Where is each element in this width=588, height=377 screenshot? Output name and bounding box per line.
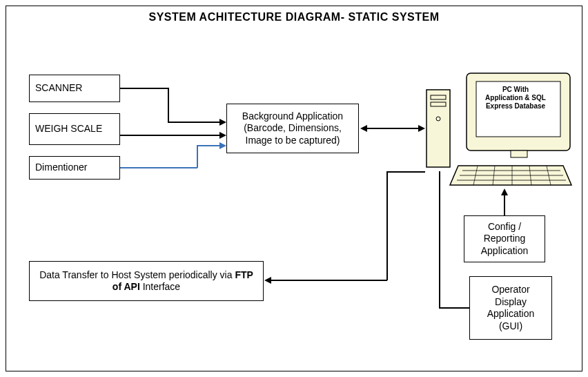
diagram-title: SYSTEM ACHITECTURE DIAGRAM- STATIC SYSTE… <box>0 11 588 23</box>
edge-dt-h <box>271 280 387 281</box>
data-transfer-suffix: Interface <box>140 281 180 292</box>
arrow-bg-pc-r <box>418 125 425 132</box>
node-weigh-scale: WEIGH SCALE <box>29 113 120 145</box>
edge-scanner <box>120 88 168 89</box>
edge-op-h <box>439 307 469 309</box>
edge-weigh <box>120 135 221 136</box>
edge-bg-pc <box>366 128 420 129</box>
node-data-transfer: Data Transfer to Host System periodicall… <box>29 261 264 301</box>
data-transfer-text: Data Transfer to Host System periodicall… <box>35 269 257 293</box>
node-pc-label: PC With Application & SQL Express Databa… <box>483 86 548 110</box>
edge-dim-v <box>197 145 198 168</box>
svg-rect-6 <box>511 151 527 157</box>
edge-scanner-h2 <box>168 122 221 123</box>
arrow-bg-pc-l <box>360 125 367 132</box>
arrow-dim <box>219 142 226 149</box>
svg-rect-0 <box>427 90 450 167</box>
edge-op-v <box>439 171 440 308</box>
edge-dt-top <box>386 171 425 173</box>
edge-scanner-v <box>168 88 169 122</box>
arrow-dt <box>264 277 271 284</box>
edge-config <box>504 195 505 215</box>
data-transfer-prefix: Data Transfer to Host System periodicall… <box>39 269 235 280</box>
edge-dim-h2 <box>197 145 221 146</box>
arrow-weigh <box>219 132 226 139</box>
arrow-config <box>501 188 508 195</box>
diagram-canvas: SYSTEM ACHITECTURE DIAGRAM- STATIC SYSTE… <box>0 0 588 377</box>
arrow-scanner <box>219 119 226 126</box>
node-operator-display: Operator Display Application (GUI) <box>469 276 552 340</box>
node-scanner: SCANNER <box>29 75 120 102</box>
node-config-reporting: Config / Reporting Application <box>464 215 545 262</box>
edge-dt-v <box>386 171 388 280</box>
node-background-application: Background Application (Barcode, Dimensi… <box>226 104 359 153</box>
edge-dim-h1 <box>120 167 197 168</box>
node-dimentioner: Dimentioner <box>29 156 120 180</box>
